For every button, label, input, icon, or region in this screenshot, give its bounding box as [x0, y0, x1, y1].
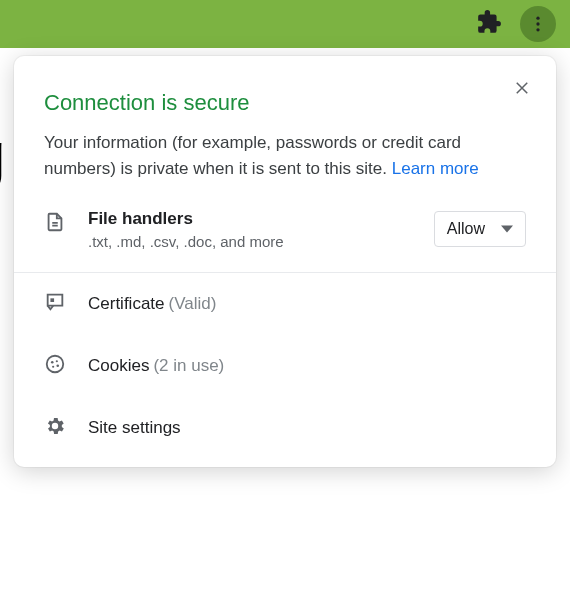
- file-icon: [44, 211, 68, 237]
- chevron-down-icon: [501, 223, 513, 235]
- permission-file-handlers: File handlers .txt, .md, .csv, .doc, and…: [14, 187, 556, 272]
- certificate-label: Certificate(Valid): [88, 294, 216, 314]
- svg-point-7: [56, 365, 59, 368]
- permission-select-value: Allow: [447, 220, 485, 238]
- gear-icon: [44, 415, 68, 441]
- permission-select[interactable]: Allow: [434, 211, 526, 247]
- close-button[interactable]: [506, 72, 538, 104]
- svg-point-6: [52, 366, 54, 368]
- svg-point-1: [536, 22, 539, 25]
- browser-toolbar: [0, 0, 570, 48]
- cookie-icon: [44, 353, 68, 379]
- svg-point-3: [47, 356, 64, 373]
- permission-subtitle: .txt, .md, .csv, .doc, and more: [88, 233, 414, 250]
- cookies-label: Cookies(2 in use): [88, 356, 224, 376]
- learn-more-link[interactable]: Learn more: [392, 159, 479, 178]
- extensions-icon[interactable]: [476, 9, 502, 39]
- certificate-icon: [44, 291, 68, 317]
- svg-point-5: [56, 360, 58, 362]
- site-settings-row[interactable]: Site settings: [14, 397, 556, 459]
- overflow-menu-button[interactable]: [520, 6, 556, 42]
- svg-point-2: [536, 28, 539, 31]
- connection-status-title: Connection is secure: [44, 90, 526, 116]
- site-info-popover: Connection is secure Your information (f…: [14, 56, 556, 467]
- certificate-row[interactable]: Certificate(Valid): [14, 273, 556, 335]
- connection-description: Your information (for example, passwords…: [44, 130, 526, 181]
- cookies-row[interactable]: Cookies(2 in use): [14, 335, 556, 397]
- svg-point-0: [536, 17, 539, 20]
- svg-point-4: [51, 361, 54, 364]
- permission-title: File handlers: [88, 209, 414, 229]
- site-settings-label: Site settings: [88, 418, 181, 438]
